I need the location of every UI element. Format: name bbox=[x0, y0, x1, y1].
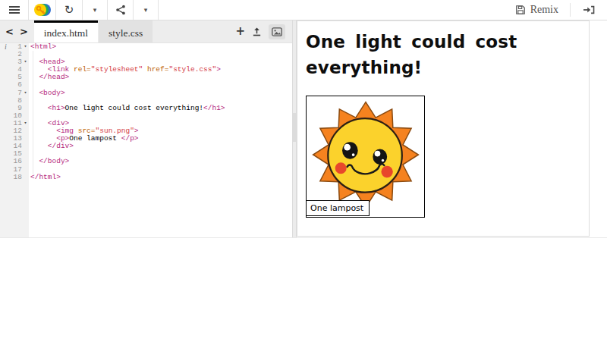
code-line[interactable]: <body> bbox=[30, 89, 292, 97]
code-line[interactable]: </div> bbox=[30, 143, 292, 150]
toolbar-spacer bbox=[159, 0, 504, 20]
line-number[interactable]: 6 bbox=[0, 81, 29, 89]
line-number[interactable]: 4 bbox=[0, 66, 29, 74]
code-line[interactable] bbox=[30, 51, 292, 58]
fold-toggle-icon[interactable]: ▾ bbox=[22, 43, 29, 51]
hamburger-icon bbox=[9, 5, 20, 15]
editor-app: ↻ ▾ ▾ Remix bbox=[0, 0, 607, 238]
share-options-button[interactable]: ▾ bbox=[134, 0, 159, 20]
info-icon[interactable]: i bbox=[5, 43, 7, 51]
code-line[interactable]: <html> bbox=[30, 43, 292, 51]
sun-image bbox=[309, 98, 423, 212]
fold-toggle-icon[interactable]: ▾ bbox=[22, 58, 29, 66]
sign-in-button[interactable] bbox=[571, 0, 607, 20]
line-number[interactable]: 7▾ bbox=[0, 89, 29, 97]
code-line[interactable] bbox=[30, 112, 292, 120]
splitter-handle[interactable] bbox=[293, 113, 296, 142]
line-number[interactable]: 3▾ bbox=[0, 58, 29, 66]
floppy-icon bbox=[515, 5, 526, 15]
project-avatar-icon bbox=[34, 4, 51, 17]
preview-image-box: One lampost bbox=[306, 96, 425, 218]
tab-style.css[interactable]: style.css bbox=[99, 20, 153, 42]
code-area[interactable]: <html> <head> <link rel="stylesheet" hre… bbox=[29, 43, 292, 237]
preview-heading: One light could cost everything! bbox=[306, 29, 573, 80]
upload-file-button[interactable] bbox=[252, 27, 262, 36]
top-toolbar: ↻ ▾ ▾ Remix bbox=[0, 0, 607, 20]
remix-button[interactable]: Remix bbox=[504, 0, 570, 20]
code-editor[interactable]: i 1▾23▾4567▾891011▾12131415161718 <html>… bbox=[0, 43, 292, 237]
pane-splitter[interactable] bbox=[292, 20, 297, 237]
remix-label: Remix bbox=[530, 4, 558, 16]
code-line[interactable]: <link rel="stylesheet" href="style.css"> bbox=[30, 66, 292, 74]
tab-actions: + bbox=[228, 20, 292, 42]
fold-toggle-icon[interactable]: ▾ bbox=[22, 120, 29, 127]
line-number[interactable]: 5 bbox=[0, 74, 29, 81]
line-number[interactable]: 8 bbox=[0, 97, 29, 105]
gutter: i 1▾23▾4567▾891011▾12131415161718 bbox=[0, 43, 29, 237]
code-line[interactable]: </body> bbox=[30, 158, 292, 165]
preview-frame[interactable]: One light could cost everything! bbox=[297, 20, 590, 237]
forward-button[interactable]: > bbox=[20, 26, 28, 37]
gutter-lines: 1▾23▾4567▾891011▾12131415161718 bbox=[0, 43, 29, 181]
tab-list: index.htmlstyle.css bbox=[34, 20, 153, 42]
indent-guide bbox=[33, 51, 33, 174]
line-number[interactable]: 16 bbox=[0, 158, 29, 165]
code-line[interactable]: </head> bbox=[30, 74, 292, 81]
project-avatar-button[interactable] bbox=[29, 0, 56, 20]
code-line[interactable] bbox=[30, 81, 292, 89]
fold-toggle-icon[interactable]: ▾ bbox=[22, 89, 29, 97]
preview-caption: One lampost bbox=[306, 200, 370, 216]
tab-bar: < > index.htmlstyle.css + bbox=[0, 20, 292, 43]
upload-icon bbox=[252, 27, 262, 36]
code-line[interactable]: </html> bbox=[30, 174, 292, 181]
refresh-icon: ↻ bbox=[64, 3, 74, 17]
code-line[interactable] bbox=[30, 150, 292, 158]
editor-pane: < > index.htmlstyle.css + bbox=[0, 20, 292, 237]
refresh-button[interactable]: ↻ bbox=[56, 0, 83, 20]
line-number[interactable]: 2 bbox=[0, 51, 29, 58]
tab-nav: < > bbox=[0, 20, 34, 42]
chevron-down-icon: ▾ bbox=[93, 6, 97, 14]
back-button[interactable]: < bbox=[5, 26, 14, 37]
tab-index.html[interactable]: index.html bbox=[34, 20, 98, 42]
chevron-down-icon: ▾ bbox=[144, 6, 148, 14]
image-icon bbox=[272, 27, 282, 36]
assets-button[interactable] bbox=[269, 24, 285, 39]
preview-pane: One light could cost everything! bbox=[297, 20, 607, 237]
menu-button[interactable] bbox=[0, 0, 29, 20]
sign-in-icon bbox=[583, 5, 595, 15]
refresh-options-button[interactable]: ▾ bbox=[83, 0, 108, 20]
code-line[interactable]: <h1>One light could cost everything!</h1… bbox=[30, 105, 292, 112]
line-number[interactable]: 18 bbox=[0, 174, 29, 181]
share-icon bbox=[115, 5, 126, 15]
code-line[interactable] bbox=[30, 166, 292, 174]
code-lines: <html> <head> <link rel="stylesheet" hre… bbox=[30, 43, 292, 181]
share-button[interactable] bbox=[108, 0, 134, 20]
workspace: < > index.htmlstyle.css + bbox=[0, 20, 607, 237]
new-file-button[interactable]: + bbox=[235, 26, 245, 37]
